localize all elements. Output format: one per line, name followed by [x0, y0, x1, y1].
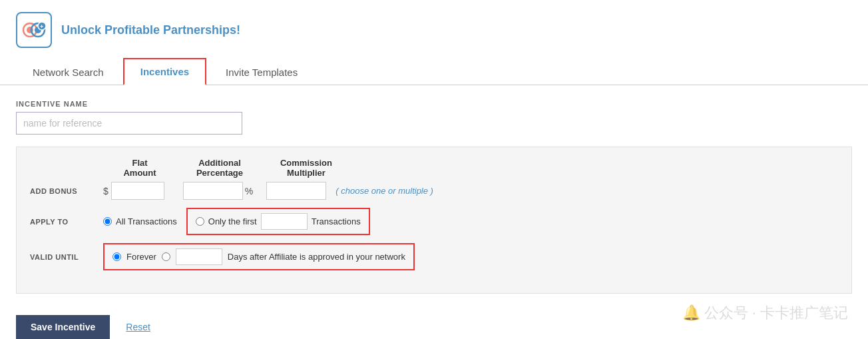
flat-amount-input[interactable]: [111, 182, 164, 200]
first-n-transactions-input[interactable]: [261, 213, 308, 230]
percent-sign-icon: %: [245, 186, 253, 196]
col-header-additional: AdditionalPercentage: [176, 158, 263, 178]
radio-only-first-label: Only the first: [208, 216, 257, 226]
choose-hint: ( choose one or multiple ): [335, 186, 433, 196]
apply-to-label: APPLY TO: [30, 218, 103, 226]
commission-multiplier-input[interactable]: [266, 182, 326, 200]
dollar-sign-icon: $: [103, 186, 108, 196]
save-incentive-button[interactable]: Save Incentive: [16, 315, 110, 339]
radio-forever-label: Forever: [126, 252, 156, 262]
add-bonus-label: ADD BONUS: [30, 187, 103, 195]
valid-until-row: VALID UNTIL Forever Days after Affiliate…: [30, 243, 838, 270]
bonus-table: FlatAmount AdditionalPercentage Commissi…: [16, 147, 852, 294]
bonus-col-headers: FlatAmount AdditionalPercentage Commissi…: [30, 158, 838, 178]
radio-all-transactions-input[interactable]: [103, 217, 112, 226]
tab-incentives[interactable]: Incentives: [123, 58, 206, 85]
incentive-name-input[interactable]: [16, 112, 242, 135]
reset-button[interactable]: Reset: [126, 322, 150, 332]
col-header-flat: FlatAmount: [103, 158, 176, 178]
tab-invite-templates[interactable]: Invite Templates: [209, 59, 314, 85]
bonus-inputs: $ % ( choose one or multiple ): [103, 182, 433, 200]
radio-all-transactions-label: All Transactions: [116, 216, 177, 226]
page-title: Unlock Profitable Partnerships!: [61, 23, 240, 37]
apply-bordered-box: Only the first Transactions: [186, 208, 370, 235]
tab-bar: Network Search Incentives Invite Templat…: [0, 57, 868, 85]
page-footer: Save Incentive Reset: [0, 308, 868, 339]
valid-bordered-box: Forever Days after Affiliate is approved…: [103, 243, 415, 270]
additional-percentage-input[interactable]: [183, 182, 243, 200]
incentive-name-label: INCENTIVE NAME: [16, 100, 852, 108]
radio-all-transactions: All Transactions: [103, 216, 177, 226]
days-after-input[interactable]: [176, 248, 222, 265]
add-bonus-row: ADD BONUS $ % ( choose one or multiple ): [30, 182, 838, 200]
radio-forever-input[interactable]: [112, 252, 121, 261]
col-header-commission: CommissionMultiplier: [263, 158, 349, 178]
apply-to-row: APPLY TO All Transactions Only the first…: [30, 208, 838, 235]
apply-to-options: All Transactions Only the first Transact…: [103, 208, 370, 235]
page-content: INCENTIVE NAME FlatAmount AdditionalPerc…: [0, 85, 868, 308]
days-after-text: Days after Affiliate is approved in your…: [228, 252, 405, 262]
valid-until-label: VALID UNTIL: [30, 253, 103, 261]
logo-icon: +: [16, 12, 52, 48]
transactions-label: Transactions: [312, 216, 361, 226]
page-header: + Unlock Profitable Partnerships!: [0, 0, 868, 55]
svg-text:+: +: [40, 23, 43, 30]
tab-network-search[interactable]: Network Search: [16, 59, 120, 85]
radio-days-after-input[interactable]: [162, 252, 170, 261]
radio-only-first-input[interactable]: [196, 217, 204, 226]
